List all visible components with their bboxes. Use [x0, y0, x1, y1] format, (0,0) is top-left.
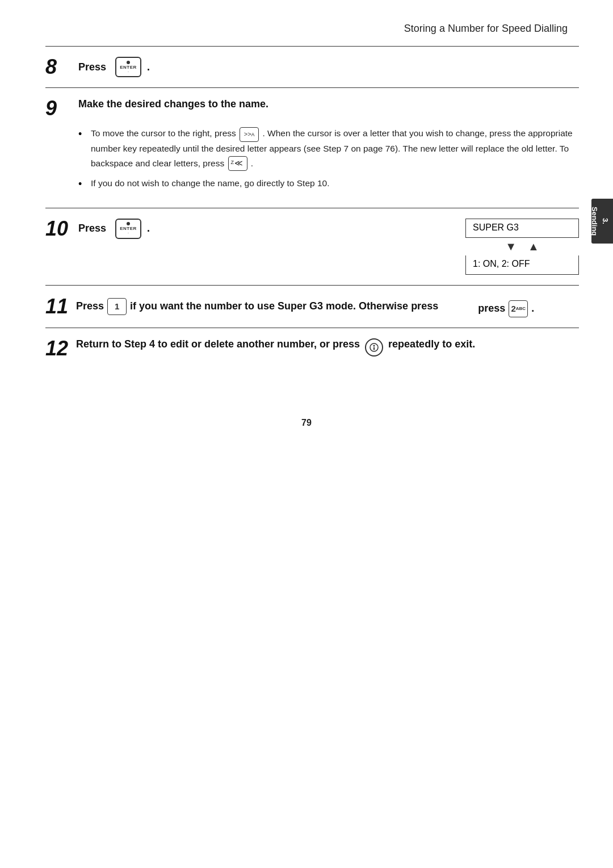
step-10-enter-dot: [127, 222, 130, 225]
cursor-arrow-icon: >>A: [240, 127, 259, 142]
lcd-top: SUPER G3: [465, 219, 579, 238]
step-11-num: 11: [45, 296, 73, 317]
step-11-row: 11 Press 1 if you want the number to use…: [45, 296, 579, 317]
step-9-title: Make the desired changes to the name.: [78, 98, 268, 110]
back-arrow-symbol: ≪: [234, 157, 243, 169]
svg-point-1: [373, 345, 375, 346]
step-8-block: 8 Press ENTER · .: [45, 47, 579, 88]
lcd-bottom: 1: ON, 2: OFF: [465, 255, 579, 275]
lcd-arrow-up: ▲: [528, 240, 539, 253]
bullet-1-text: To move the cursor to the right, press >…: [91, 127, 579, 171]
superscript-a: A: [251, 131, 255, 139]
bullet-1-period: .: [251, 158, 253, 167]
step-9-title-row: 9 Make the desired changes to the name.: [45, 98, 579, 119]
step-8-label: Press: [78, 61, 106, 73]
lcd-arrow-down: ▼: [505, 240, 517, 253]
stop-icon-svg: [370, 343, 379, 352]
side-tab-num: 3.: [601, 218, 610, 224]
enter-sub: ·: [128, 70, 129, 74]
step-12-text2: repeatedly to exit.: [388, 338, 475, 350]
step-9-body: • To move the cursor to the right, press…: [78, 127, 579, 192]
bullet-2-dot: •: [78, 177, 86, 192]
step-10-lcd: SUPER G3 ▼ ▲ 1: ON, 2: OFF: [465, 219, 579, 275]
key-2-num: 2: [511, 304, 515, 313]
step-11-text1: Press: [76, 300, 104, 312]
step-11-text2: if you want the number to use Super G3 m…: [130, 300, 438, 312]
lcd-arrows: ▼ ▲: [465, 240, 579, 253]
bullet-1-dot: •: [78, 127, 86, 142]
key-2-box: 2ABC: [509, 300, 528, 317]
step-9-bullet-1: • To move the cursor to the right, press…: [78, 127, 579, 171]
side-tab: 3. Sending Faxes: [591, 199, 613, 244]
bullet-2-text: If you do not wish to change the name, g…: [91, 177, 329, 191]
svg-rect-2: [373, 347, 375, 350]
page-title: Storing a Number for Speed Dialling: [0, 0, 613, 46]
step-10-left: 10 Press ENTER · .: [45, 219, 454, 239]
step-11-period: .: [531, 303, 534, 315]
key-2-sub: ABC: [516, 306, 526, 311]
stop-button-icon: [365, 338, 383, 357]
step-12-num: 12: [45, 338, 73, 359]
step-8-period: .: [147, 61, 150, 73]
step-9-bullet-2: • If you do not wish to change the name,…: [78, 177, 579, 192]
step-10-period: .: [147, 223, 150, 234]
step-10-label: Press: [78, 223, 106, 234]
step-11-press2: press: [478, 303, 505, 315]
bullet-1-text-start: To move the cursor to the right, press: [91, 128, 236, 138]
enter-dot: [127, 61, 130, 64]
z-superscript: Z: [231, 158, 234, 166]
step-12-block: 12 Return to Step 4 to edit or delete an…: [45, 328, 579, 367]
page-number: 79: [0, 418, 613, 428]
step-11-block: 11 Press 1 if you want the number to use…: [45, 286, 579, 328]
key-1-box: 1: [107, 298, 127, 315]
step-10-enter-sub: ·: [128, 231, 129, 235]
step-12-text1: Return to Step 4 to edit or delete anoth…: [76, 338, 360, 350]
step-10-row: 10 Press ENTER · .: [45, 219, 454, 239]
step-9-num: 9: [45, 98, 73, 119]
step-10-block: 10 Press ENTER · . SUPER G3 ▼ ▲ 1: ON, 2…: [45, 208, 579, 286]
step-8-row: 8 Press ENTER · .: [45, 57, 579, 77]
step-8-num: 8: [45, 57, 73, 77]
step-12-row: 12 Return to Step 4 to edit or delete an…: [45, 338, 579, 359]
side-tab-faxes: Faxes: [580, 211, 588, 232]
step-10-enter-button-icon: ENTER ·: [115, 219, 141, 239]
step-10-enter-text: ENTER: [120, 227, 137, 231]
backspace-icon: Z ≪: [228, 156, 247, 171]
enter-button-icon: ENTER ·: [115, 57, 141, 77]
step-10-num: 10: [45, 219, 73, 239]
arrow-symbol: >>: [244, 129, 251, 140]
enter-text: ENTER: [120, 65, 137, 70]
step-9-block: 9 Make the desired changes to the name. …: [45, 88, 579, 208]
side-tab-sending: Sending: [590, 207, 599, 236]
